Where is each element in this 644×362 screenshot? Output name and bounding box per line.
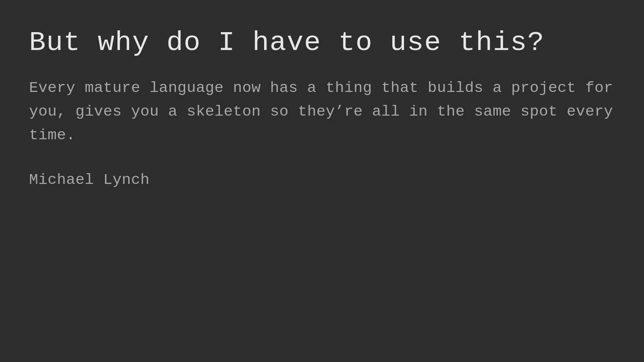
body-paragraph: Every mature language now has a thing th… xyxy=(29,76,615,147)
author-name: Michael Lynch xyxy=(29,171,615,188)
page-heading: But why do I have to use this? xyxy=(29,27,615,58)
page-content: But why do I have to use this? Every mat… xyxy=(0,0,644,188)
